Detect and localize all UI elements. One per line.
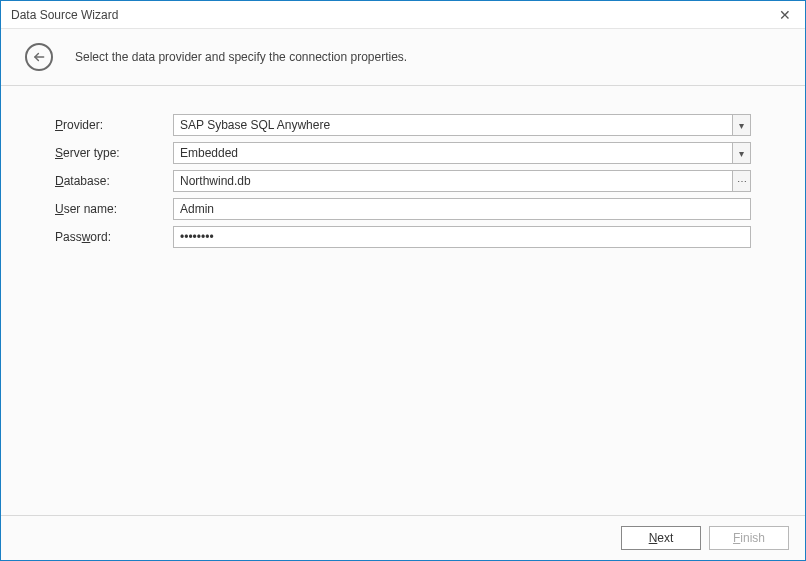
- provider-label: Provider:: [55, 118, 173, 132]
- wizard-header: Select the data provider and specify the…: [1, 29, 805, 86]
- wizard-window: Data Source Wizard ✕ Select the data pro…: [0, 0, 806, 561]
- close-icon[interactable]: ✕: [775, 7, 795, 23]
- form-area: Provider: SAP Sybase SQL Anywhere ▾ Serv…: [1, 86, 805, 515]
- footer: Next Finish: [1, 515, 805, 560]
- database-label: Database:: [55, 174, 173, 188]
- provider-row: Provider: SAP Sybase SQL Anywhere ▾: [55, 114, 751, 136]
- server-type-row: Server type: Embedded ▾: [55, 142, 751, 164]
- chevron-down-icon: ▾: [739, 148, 744, 159]
- database-input[interactable]: [173, 170, 733, 192]
- finish-button: Finish: [709, 526, 789, 550]
- server-type-dropdown-button[interactable]: ▾: [733, 142, 751, 164]
- arrow-left-icon: [32, 50, 46, 64]
- password-input[interactable]: [173, 226, 751, 248]
- instruction-text: Select the data provider and specify the…: [75, 50, 407, 64]
- password-row: Password:: [55, 226, 751, 248]
- server-type-value: Embedded: [180, 146, 238, 160]
- database-row: Database: ⋯: [55, 170, 751, 192]
- provider-dropdown-button[interactable]: ▾: [733, 114, 751, 136]
- back-button[interactable]: [25, 43, 53, 71]
- ellipsis-icon: ⋯: [737, 176, 747, 187]
- next-button[interactable]: Next: [621, 526, 701, 550]
- database-browse-button[interactable]: ⋯: [733, 170, 751, 192]
- window-title: Data Source Wizard: [11, 8, 118, 22]
- titlebar: Data Source Wizard ✕: [1, 1, 805, 29]
- server-type-combobox[interactable]: Embedded: [173, 142, 733, 164]
- username-row: User name:: [55, 198, 751, 220]
- password-label: Password:: [55, 230, 173, 244]
- username-input[interactable]: [173, 198, 751, 220]
- provider-combobox[interactable]: SAP Sybase SQL Anywhere: [173, 114, 733, 136]
- username-label: User name:: [55, 202, 173, 216]
- provider-value: SAP Sybase SQL Anywhere: [180, 118, 330, 132]
- chevron-down-icon: ▾: [739, 120, 744, 131]
- server-type-label: Server type:: [55, 146, 173, 160]
